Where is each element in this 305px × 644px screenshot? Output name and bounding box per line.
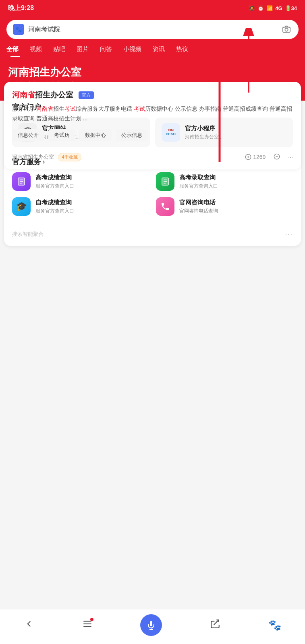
service-list: 高考成绩查询 服务官方查询入口 xyxy=(12,172,293,216)
status-icons: 🔕 ⏰ 📶 4G 🔋34 xyxy=(249,5,297,11)
baidu-nav-icon: 🐾 xyxy=(268,619,281,632)
footer-actions: 1269 ··· xyxy=(245,153,293,161)
title-highlight: 河南省 xyxy=(12,91,35,99)
tab-video[interactable]: 视频 xyxy=(24,43,48,57)
status-time: 晚上9:28 xyxy=(8,4,34,12)
official-miniprogram-info: 官方小程序 河南招生办公室... xyxy=(185,125,287,140)
signal-icon: 📶 xyxy=(266,5,273,11)
search-query[interactable]: 河南考试院 xyxy=(28,25,277,34)
menu-icon xyxy=(82,619,93,632)
tag-pubinfo[interactable]: 公示信息 xyxy=(116,129,148,141)
tabs-area: 全部 视频 贴吧 图片 问答 小视频 资讯 热议 xyxy=(0,39,305,57)
consult-phone-name: 官网咨询电话 xyxy=(179,199,293,206)
mute-icon: 🔕 xyxy=(249,5,255,11)
tab-qa[interactable]: 问答 xyxy=(94,43,118,57)
status-bar: 晚上9:28 🔕 ⏰ 📶 4G 🔋34 xyxy=(0,0,305,16)
service-row-2: 🎓 自考成绩查询 服务官方查询入口 官网咨询电话 xyxy=(12,197,293,216)
self-exam-icon: 🎓 xyxy=(12,197,31,216)
result-source-area: 河南省招生办公室 4千收藏 xyxy=(12,153,81,161)
voice-icon xyxy=(140,614,162,636)
more-options-footer[interactable]: ··· xyxy=(288,154,293,160)
gaokao-admit-item[interactable]: 高考录取查询 服务官方查询入口 xyxy=(156,172,293,191)
gaokao-score-name: 高考成绩查询 xyxy=(35,174,149,182)
gaokao-score-info: 高考成绩查询 服务官方查询入口 xyxy=(35,174,149,190)
site-title: 河南招生办公室 xyxy=(8,65,297,79)
self-exam-name: 自考成绩查询 xyxy=(35,199,149,206)
tab-news[interactable]: 资讯 xyxy=(147,43,170,57)
nav-voice[interactable] xyxy=(140,614,162,636)
consult-phone-info: 官网咨询电话 官网咨询电话查询 xyxy=(179,199,293,215)
self-exam-desc: 服务官方查询入口 xyxy=(35,208,149,215)
more-options-icon[interactable]: ··· xyxy=(285,231,293,238)
network-type: 4G xyxy=(275,5,282,11)
svg-point-1 xyxy=(285,28,288,31)
gaokao-admit-desc: 服务官方查询入口 xyxy=(179,183,293,190)
back-icon xyxy=(24,619,34,632)
battery-icon: 🔋34 xyxy=(285,5,297,11)
nav-share[interactable] xyxy=(210,619,220,632)
tab-shortvideo[interactable]: 小视频 xyxy=(118,43,147,57)
tag-examhistory[interactable]: 考试历 xyxy=(48,129,75,141)
baidu-logo: 🐾 xyxy=(13,24,24,35)
nav-back[interactable] xyxy=(24,619,34,632)
tab-hot[interactable]: 热议 xyxy=(170,43,194,57)
official-miniprogram-desc: 河南招生办公室... xyxy=(185,134,287,140)
tab-image[interactable]: 图片 xyxy=(71,43,94,57)
service-row-1: 高考成绩查询 服务官方查询入口 xyxy=(12,172,293,191)
tab-tieba[interactable]: 贴吧 xyxy=(48,43,71,57)
collection-badge: 4千收藏 xyxy=(58,153,81,161)
desc-exam-link1[interactable]: 考试 xyxy=(64,105,76,112)
tabs-list: 全部 视频 贴吧 图片 问答 小视频 资讯 热议 xyxy=(6,43,299,57)
gaokao-admit-info: 高考录取查询 服务官方查询入口 xyxy=(179,174,293,190)
menu-notification-dot xyxy=(90,618,93,621)
gaokao-score-icon xyxy=(12,172,31,191)
result-source: 河南省招生办公室 xyxy=(12,154,54,160)
title-text: 招生办公室 xyxy=(35,91,73,99)
result-footer: 河南省招生办公室 4千收藏 1269 xyxy=(12,148,293,161)
bottom-nav: 🐾 xyxy=(0,609,305,644)
gaokao-admit-name: 高考录取查询 xyxy=(179,174,293,182)
tab-all[interactable]: 全部 xyxy=(6,43,24,57)
consult-phone-desc: 官网咨询电话查询 xyxy=(179,208,293,215)
search-area: 🐾 河南考试院 xyxy=(0,16,305,39)
up-count-value: 1269 xyxy=(253,154,266,160)
gaokao-admit-icon xyxy=(156,172,174,191)
tag-infopublic[interactable]: 信息公开 xyxy=(12,129,44,141)
svg-line-29 xyxy=(214,620,219,625)
miniprogram-icon: HIN HEAO xyxy=(162,123,180,142)
result-title: 河南省招生办公室 官方 xyxy=(12,90,293,100)
tag-datacenter[interactable]: 数据中心 xyxy=(79,129,112,141)
smart-aggregate: 搜索智能聚合 ··· xyxy=(12,224,293,238)
official-miniprogram-btn[interactable]: HIN HEAO 官方小程序 河南招生办公室... xyxy=(155,118,293,147)
search-bar[interactable]: 🐾 河南考试院 xyxy=(6,20,299,39)
consult-phone-item[interactable]: 官网咨询电话 官网咨询电话查询 xyxy=(156,197,293,216)
official-badge: 官方 xyxy=(79,91,94,99)
alarm-icon: ⏰ xyxy=(257,5,264,11)
gaokao-score-desc: 服务官方查询入口 xyxy=(35,183,149,190)
nav-baidu[interactable]: 🐾 xyxy=(268,619,281,632)
share-icon xyxy=(210,619,220,632)
official-miniprogram-name: 官方小程序 xyxy=(185,125,287,132)
desc-exam-link2[interactable]: 考试 xyxy=(134,105,145,112)
self-exam-info: 自考成绩查询 服务官方查询入口 xyxy=(35,199,149,215)
self-exam-item[interactable]: 🎓 自考成绩查询 服务官方查询入口 xyxy=(12,197,149,216)
nav-menu[interactable] xyxy=(82,619,93,632)
down-vote[interactable] xyxy=(274,153,280,161)
camera-icon[interactable] xyxy=(281,24,292,35)
desc-henan-link[interactable]: 河南省 xyxy=(36,105,53,112)
gaokao-score-item[interactable]: 高考成绩查询 服务官方查询入口 xyxy=(12,172,149,191)
smart-aggregate-text: 搜索智能聚合 xyxy=(12,231,44,238)
up-vote[interactable]: 1269 xyxy=(245,154,266,160)
phone-icon xyxy=(156,197,174,216)
